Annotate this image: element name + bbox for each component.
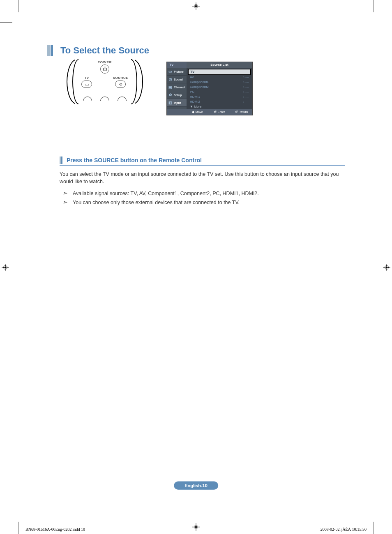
- osd-row: Component1: ----: [188, 80, 251, 85]
- main-heading-row: To Select the Source: [47, 45, 345, 56]
- osd-sidebar: ▭Picture ◔Sound ▣Channel ✿Setup ◧Input: [167, 68, 187, 109]
- move-icon: ◆: [192, 110, 195, 114]
- registration-mark-icon: [2, 264, 9, 271]
- osd-row: HDMI2: ----: [188, 99, 251, 104]
- setup-icon: ✿: [168, 93, 173, 97]
- enter-icon: ⏎: [214, 110, 217, 114]
- sub-heading: Press the SOURCE button on the Remote Co…: [67, 157, 202, 163]
- osd-main-list: TV AV: ---- Component1: ---- Component2:…: [187, 68, 252, 109]
- picture-icon: ▭: [168, 69, 173, 74]
- main-heading: To Select the Source: [60, 45, 149, 56]
- svg-point-15: [386, 267, 388, 269]
- remote-diagram: POWER ⏻ TV ▭ SOURCE ⟲: [66, 62, 144, 99]
- input-icon: ◧: [168, 101, 173, 105]
- source-button-icon: ⟲: [115, 81, 126, 88]
- bullet-text: You can choose only those external devic…: [73, 198, 240, 207]
- bullet-icon: ➣: [63, 189, 68, 198]
- osd-row: HDMI1: ----: [188, 94, 251, 99]
- page-number-pill: English-10: [174, 481, 218, 490]
- sound-icon: ◔: [168, 77, 173, 82]
- svg-point-3: [195, 5, 197, 7]
- footer-filename: BN68-01516A-00Eng-0202.indd 10: [25, 527, 85, 532]
- footer-timestamp: 2008-02-02 ¿ÀÈÄ 10:15:50: [321, 527, 367, 532]
- bullet-text: Available signal sources: TV, AV, Compon…: [73, 189, 259, 198]
- registration-mark-icon: [383, 264, 390, 271]
- tv-button-icon: ▭: [81, 81, 92, 88]
- sidebar-label: Input: [174, 101, 181, 104]
- osd-row: Component2: ----: [188, 85, 251, 90]
- osd-source-list: TV Source List ▭Picture ◔Sound ▣Channel …: [166, 62, 253, 115]
- print-footer: BN68-01516A-00Eng-0202.indd 10 2008-02-0…: [25, 527, 367, 532]
- power-button-icon: ⏻: [100, 64, 109, 74]
- osd-more: ▼ More: [188, 104, 251, 109]
- osd-row: AV: ----: [188, 75, 251, 80]
- osd-footer: ◆ Move ⏎ Enter ↺ Return: [167, 109, 252, 115]
- svg-point-11: [5, 267, 7, 269]
- bullet-item: ➣ Available signal sources: TV, AV, Comp…: [63, 189, 345, 198]
- sidebar-label: Setup: [174, 94, 182, 97]
- osd-row-selected: TV: [188, 69, 251, 75]
- bullet-icon: ➣: [63, 198, 68, 207]
- channel-icon: ▣: [168, 85, 173, 90]
- sub-heading-row: Press the SOURCE button on the Remote Co…: [60, 157, 345, 166]
- body-paragraph: You can select the TV mode or an input s…: [60, 170, 345, 185]
- osd-header-left: TV: [167, 62, 187, 68]
- sidebar-label: Picture: [174, 70, 184, 73]
- bullet-item: ➣ You can choose only those external dev…: [63, 198, 345, 207]
- sidebar-label: Sound: [174, 78, 183, 81]
- osd-row: PC: ----: [188, 90, 251, 94]
- sub-heading-bar-icon: [60, 157, 63, 164]
- osd-header-title: Source List: [187, 62, 252, 68]
- remote-source-label: SOURCE: [113, 76, 128, 80]
- sidebar-label: Channel: [174, 86, 185, 89]
- remote-tv-label: TV: [81, 76, 92, 80]
- heading-bar-icon: [47, 45, 56, 56]
- return-icon: ↺: [235, 110, 239, 114]
- footer-divider: [25, 524, 367, 524]
- registration-mark-icon: [192, 2, 200, 10]
- remote-power-label: POWER: [79, 60, 131, 64]
